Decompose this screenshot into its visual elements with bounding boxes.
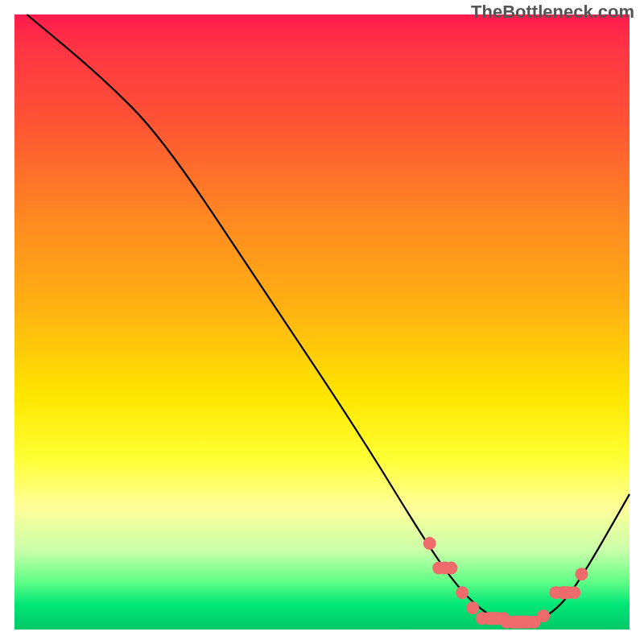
chart-container: TheBottleneck.com [0, 0, 644, 644]
gradient-background [14, 14, 630, 630]
watermark-text: TheBottleneck.com [471, 2, 634, 23]
